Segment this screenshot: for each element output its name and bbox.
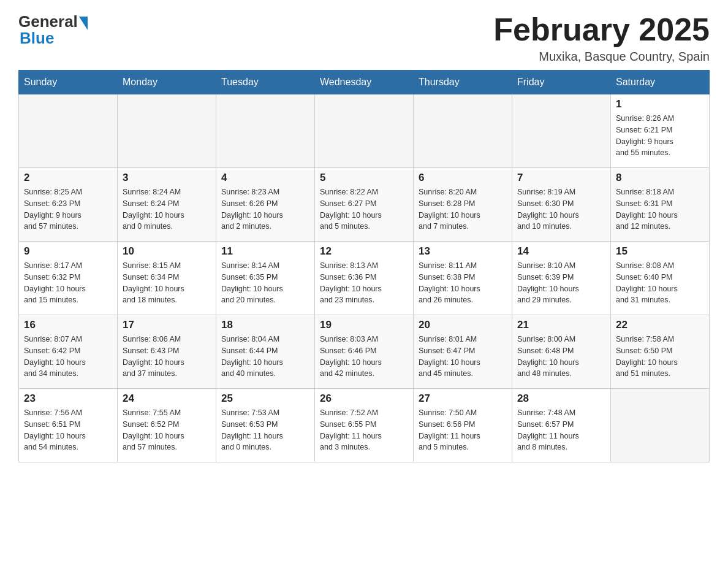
day-info: Sunrise: 8:19 AMSunset: 6:30 PMDaylight:… (517, 186, 605, 232)
day-number: 3 (123, 172, 211, 184)
calendar-cell: 26Sunrise: 7:52 AMSunset: 6:55 PMDayligh… (315, 389, 414, 462)
day-number: 23 (24, 393, 112, 405)
day-info: Sunrise: 7:53 AMSunset: 6:53 PMDaylight:… (221, 407, 309, 453)
day-info: Sunrise: 8:13 AMSunset: 6:36 PMDaylight:… (320, 260, 408, 306)
day-number: 4 (221, 172, 309, 184)
day-number: 11 (221, 245, 309, 258)
day-info: Sunrise: 7:58 AMSunset: 6:50 PMDaylight:… (616, 334, 704, 380)
calendar-header-friday: Friday (512, 71, 611, 94)
day-info: Sunrise: 8:06 AMSunset: 6:43 PMDaylight:… (123, 334, 211, 380)
day-number: 17 (123, 319, 211, 331)
calendar-header-row: SundayMondayTuesdayWednesdayThursdayFrid… (19, 71, 710, 94)
day-info: Sunrise: 7:52 AMSunset: 6:55 PMDaylight:… (320, 407, 408, 453)
day-number: 5 (320, 172, 408, 184)
day-number: 9 (24, 245, 112, 258)
day-number: 20 (419, 319, 507, 331)
calendar-cell: 13Sunrise: 8:11 AMSunset: 6:38 PMDayligh… (414, 242, 512, 315)
calendar-cell (118, 94, 216, 168)
day-number: 19 (320, 319, 408, 331)
calendar-week-row: 9Sunrise: 8:17 AMSunset: 6:32 PMDaylight… (19, 242, 710, 315)
logo-arrow-icon (79, 17, 88, 30)
day-number: 18 (221, 319, 309, 331)
location-subtitle: Muxika, Basque Country, Spain (493, 50, 710, 64)
calendar-cell (414, 94, 512, 168)
day-info: Sunrise: 8:23 AMSunset: 6:26 PMDaylight:… (221, 186, 309, 232)
day-info: Sunrise: 7:48 AMSunset: 6:57 PMDaylight:… (517, 407, 605, 453)
day-number: 8 (616, 172, 704, 184)
day-number: 7 (517, 172, 605, 184)
calendar-cell: 22Sunrise: 7:58 AMSunset: 6:50 PMDayligh… (611, 315, 710, 389)
page-header: General Blue February 2025 Muxika, Basqu… (18, 12, 710, 64)
calendar-cell: 15Sunrise: 8:08 AMSunset: 6:40 PMDayligh… (611, 242, 710, 315)
day-info: Sunrise: 8:20 AMSunset: 6:28 PMDaylight:… (419, 186, 507, 232)
month-title: February 2025 (493, 12, 710, 47)
day-number: 14 (517, 245, 605, 258)
day-info: Sunrise: 7:56 AMSunset: 6:51 PMDaylight:… (24, 407, 112, 453)
day-number: 25 (221, 393, 309, 405)
calendar-cell: 20Sunrise: 8:01 AMSunset: 6:47 PMDayligh… (414, 315, 512, 389)
calendar-cell: 7Sunrise: 8:19 AMSunset: 6:30 PMDaylight… (512, 168, 611, 242)
day-info: Sunrise: 8:00 AMSunset: 6:48 PMDaylight:… (517, 334, 605, 380)
calendar-cell: 24Sunrise: 7:55 AMSunset: 6:52 PMDayligh… (118, 389, 216, 462)
calendar-header-wednesday: Wednesday (315, 71, 414, 94)
day-info: Sunrise: 8:14 AMSunset: 6:35 PMDaylight:… (221, 260, 309, 306)
calendar-header-monday: Monday (118, 71, 216, 94)
calendar-cell (19, 94, 118, 168)
day-number: 1 (616, 98, 704, 110)
day-info: Sunrise: 8:15 AMSunset: 6:34 PMDaylight:… (123, 260, 211, 306)
day-info: Sunrise: 8:11 AMSunset: 6:38 PMDaylight:… (419, 260, 507, 306)
logo: General Blue (18, 12, 88, 48)
calendar-week-row: 2Sunrise: 8:25 AMSunset: 6:23 PMDaylight… (19, 168, 710, 242)
day-number: 22 (616, 319, 704, 331)
day-info: Sunrise: 8:03 AMSunset: 6:46 PMDaylight:… (320, 334, 408, 380)
day-info: Sunrise: 7:50 AMSunset: 6:56 PMDaylight:… (419, 407, 507, 453)
calendar-cell (216, 94, 315, 168)
calendar-week-row: 16Sunrise: 8:07 AMSunset: 6:42 PMDayligh… (19, 315, 710, 389)
day-info: Sunrise: 8:26 AMSunset: 6:21 PMDaylight:… (616, 113, 704, 159)
calendar-cell: 8Sunrise: 8:18 AMSunset: 6:31 PMDaylight… (611, 168, 710, 242)
calendar-week-row: 23Sunrise: 7:56 AMSunset: 6:51 PMDayligh… (19, 389, 710, 462)
calendar-cell (315, 94, 414, 168)
calendar-cell: 14Sunrise: 8:10 AMSunset: 6:39 PMDayligh… (512, 242, 611, 315)
logo-blue-text: Blue (20, 29, 54, 48)
calendar-cell: 9Sunrise: 8:17 AMSunset: 6:32 PMDaylight… (19, 242, 118, 315)
day-info: Sunrise: 8:18 AMSunset: 6:31 PMDaylight:… (616, 186, 704, 232)
day-info: Sunrise: 8:07 AMSunset: 6:42 PMDaylight:… (24, 334, 112, 380)
day-number: 13 (419, 245, 507, 258)
calendar-cell: 3Sunrise: 8:24 AMSunset: 6:24 PMDaylight… (118, 168, 216, 242)
calendar-table: SundayMondayTuesdayWednesdayThursdayFrid… (18, 70, 710, 462)
calendar-cell: 21Sunrise: 8:00 AMSunset: 6:48 PMDayligh… (512, 315, 611, 389)
day-info: Sunrise: 8:08 AMSunset: 6:40 PMDaylight:… (616, 260, 704, 306)
calendar-cell: 1Sunrise: 8:26 AMSunset: 6:21 PMDaylight… (611, 94, 710, 168)
day-info: Sunrise: 8:24 AMSunset: 6:24 PMDaylight:… (123, 186, 211, 232)
calendar-cell: 17Sunrise: 8:06 AMSunset: 6:43 PMDayligh… (118, 315, 216, 389)
day-number: 28 (517, 393, 605, 405)
calendar-cell: 27Sunrise: 7:50 AMSunset: 6:56 PMDayligh… (414, 389, 512, 462)
day-number: 2 (24, 172, 112, 184)
day-number: 15 (616, 245, 704, 258)
calendar-cell (611, 389, 710, 462)
calendar-cell: 16Sunrise: 8:07 AMSunset: 6:42 PMDayligh… (19, 315, 118, 389)
calendar-cell: 5Sunrise: 8:22 AMSunset: 6:27 PMDaylight… (315, 168, 414, 242)
day-number: 21 (517, 319, 605, 331)
day-number: 26 (320, 393, 408, 405)
day-info: Sunrise: 8:17 AMSunset: 6:32 PMDaylight:… (24, 260, 112, 306)
day-number: 27 (419, 393, 507, 405)
calendar-cell: 11Sunrise: 8:14 AMSunset: 6:35 PMDayligh… (216, 242, 315, 315)
calendar-cell: 2Sunrise: 8:25 AMSunset: 6:23 PMDaylight… (19, 168, 118, 242)
calendar-cell (512, 94, 611, 168)
calendar-week-row: 1Sunrise: 8:26 AMSunset: 6:21 PMDaylight… (19, 94, 710, 168)
day-info: Sunrise: 8:04 AMSunset: 6:44 PMDaylight:… (221, 334, 309, 380)
calendar-cell: 18Sunrise: 8:04 AMSunset: 6:44 PMDayligh… (216, 315, 315, 389)
day-info: Sunrise: 8:25 AMSunset: 6:23 PMDaylight:… (24, 186, 112, 232)
calendar-cell: 4Sunrise: 8:23 AMSunset: 6:26 PMDaylight… (216, 168, 315, 242)
day-info: Sunrise: 7:55 AMSunset: 6:52 PMDaylight:… (123, 407, 211, 453)
calendar-cell: 25Sunrise: 7:53 AMSunset: 6:53 PMDayligh… (216, 389, 315, 462)
day-info: Sunrise: 8:22 AMSunset: 6:27 PMDaylight:… (320, 186, 408, 232)
day-info: Sunrise: 8:01 AMSunset: 6:47 PMDaylight:… (419, 334, 507, 380)
calendar-cell: 28Sunrise: 7:48 AMSunset: 6:57 PMDayligh… (512, 389, 611, 462)
day-number: 16 (24, 319, 112, 331)
calendar-cell: 10Sunrise: 8:15 AMSunset: 6:34 PMDayligh… (118, 242, 216, 315)
calendar-header-saturday: Saturday (611, 71, 710, 94)
day-number: 24 (123, 393, 211, 405)
